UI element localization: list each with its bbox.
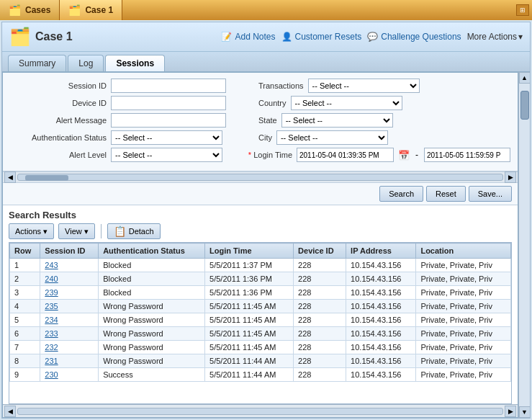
alert-level-select[interactable]: -- Select --: [111, 148, 222, 162]
cell-ip-address: 10.154.43.156: [346, 327, 416, 341]
vertical-scrollbar[interactable]: ▲ ▼: [518, 72, 530, 418]
horizontal-scrollbar[interactable]: ◀ ▶: [3, 171, 518, 183]
cell-location: Private, Private, Priv: [416, 286, 511, 300]
cell-device-id: 228: [294, 368, 346, 382]
cell-session-id[interactable]: 234: [40, 313, 99, 327]
reset-button[interactable]: Reset: [426, 186, 466, 202]
auth-status-label: Authentication Status: [10, 133, 111, 142]
challenge-questions-label: Challenge Questions: [381, 32, 461, 42]
device-id-input[interactable]: [111, 96, 226, 110]
state-label: State: [258, 116, 277, 125]
table-row: 9 230 Success 5/5/2011 11:44 AM 228 10.1…: [10, 368, 511, 382]
cell-session-id[interactable]: 240: [40, 272, 99, 286]
state-section: State -- Select --: [258, 113, 510, 128]
hscroll-track[interactable]: [17, 174, 503, 181]
calendar-icon[interactable]: 📅: [398, 150, 410, 161]
restore-button[interactable]: ⊞: [516, 4, 529, 16]
state-select[interactable]: -- Select --: [281, 113, 393, 128]
alert-message-input[interactable]: [111, 113, 226, 128]
cell-session-id[interactable]: 239: [40, 286, 99, 300]
cell-location: Private, Private, Priv: [416, 313, 511, 327]
tab-cases[interactable]: 🗂️ Cases: [0, 0, 60, 20]
title-bar-end: ⊞: [516, 0, 532, 20]
cell-session-id[interactable]: 232: [40, 341, 99, 354]
vscroll-up-arrow[interactable]: ▲: [519, 72, 531, 84]
tab-summary[interactable]: Summary: [8, 55, 66, 71]
customer-resets-button[interactable]: 👤 Customer Resets: [281, 32, 362, 42]
cell-session-id[interactable]: 235: [40, 300, 99, 313]
cell-session-id[interactable]: 231: [40, 354, 99, 368]
country-label: Country: [258, 99, 287, 107]
cell-ip-address: 10.154.43.156: [346, 259, 416, 272]
cell-auth-status: Wrong Password: [99, 327, 205, 341]
tab-summary-label: Summary: [19, 58, 55, 68]
cell-session-id[interactable]: 243: [40, 259, 99, 272]
scroll-right-arrow[interactable]: ▶: [505, 171, 516, 183]
cell-location: Private, Private, Priv: [416, 341, 511, 354]
bottom-scroll-right[interactable]: ▶: [505, 406, 516, 417]
results-toolbar: Actions ▾ View ▾ 📋 Detach: [9, 223, 512, 239]
transactions-select[interactable]: -- Select --: [308, 79, 420, 93]
add-notes-button[interactable]: 📝 Add Notes: [221, 32, 275, 42]
case-actions: 📝 Add Notes 👤 Customer Resets 💬 Challeng…: [221, 32, 523, 42]
actions-button[interactable]: Actions ▾: [9, 223, 54, 239]
bottom-scroll-left[interactable]: ◀: [4, 406, 16, 417]
tab-sessions[interactable]: Sessions: [105, 55, 165, 71]
hscroll-thumb[interactable]: [25, 175, 68, 181]
col-auth-status: Authentication Status: [99, 243, 205, 259]
cell-login-time: 5/5/2011 11:45 AM: [205, 300, 294, 313]
tab-log[interactable]: Log: [68, 55, 104, 71]
customer-resets-icon: 👤: [281, 32, 292, 42]
table-row: 7 232 Wrong Password 5/5/2011 11:45 AM 2…: [10, 341, 511, 354]
more-actions-label: More Actions: [467, 32, 517, 42]
tab-case1[interactable]: 🗂️ Case 1: [60, 0, 122, 20]
search-button[interactable]: Search: [379, 186, 423, 202]
country-select[interactable]: -- Select --: [291, 96, 402, 110]
cell-login-time: 5/5/2011 11:44 AM: [205, 354, 294, 368]
session-id-input[interactable]: [111, 79, 226, 93]
save-button[interactable]: Save...: [469, 186, 512, 202]
city-section: City -- Select --: [258, 130, 510, 145]
transactions-section: Transactions -- Select --: [258, 79, 510, 93]
vscroll-down-arrow[interactable]: ▼: [519, 406, 531, 418]
login-time-to-input[interactable]: 2011-05-05 11:59:59 P: [424, 148, 510, 162]
challenge-questions-button[interactable]: 💬 Challenge Questions: [367, 32, 461, 42]
case-title: Case 1: [35, 30, 221, 43]
login-time-label: * Login Time: [248, 151, 292, 159]
scroll-left-arrow[interactable]: ◀: [4, 171, 16, 183]
required-star: *: [248, 151, 251, 159]
cell-login-time: 5/5/2011 11:44 AM: [205, 368, 294, 382]
tab-cases-label: Cases: [25, 5, 50, 15]
table-row: 5 234 Wrong Password 5/5/2011 11:45 AM 2…: [10, 313, 511, 327]
cell-device-id: 228: [294, 272, 346, 286]
transactions-label: Transactions: [258, 81, 304, 90]
login-time-from-input[interactable]: 2011-05-04 01:39:35 PM: [297, 148, 394, 162]
bottom-hscroll-track[interactable]: [17, 408, 503, 415]
add-notes-icon: 📝: [221, 32, 232, 42]
detach-label: Detach: [129, 227, 154, 236]
cell-location: Private, Private, Priv: [416, 259, 511, 272]
cell-device-id: 228: [294, 341, 346, 354]
form-row-4: Authentication Status -- Select -- City …: [10, 130, 510, 145]
cell-auth-status: Wrong Password: [99, 313, 205, 327]
more-actions-button[interactable]: More Actions ▾: [467, 32, 523, 42]
view-chevron-icon: ▾: [84, 227, 89, 236]
results-title: Search Results: [9, 210, 512, 220]
view-button[interactable]: View ▾: [58, 223, 95, 239]
auth-status-select[interactable]: -- Select --: [111, 130, 222, 145]
detach-button[interactable]: 📋 Detach: [107, 223, 161, 239]
table-row: 1 243 Blocked 5/5/2011 1:37 PM 228 10.15…: [10, 259, 511, 272]
bottom-scrollbar[interactable]: ◀ ▶: [3, 404, 518, 417]
cell-login-time: 5/5/2011 11:45 AM: [205, 313, 294, 327]
vscroll-thumb[interactable]: [520, 91, 529, 120]
col-ip-address: IP Address: [346, 243, 416, 259]
cell-session-id[interactable]: 230: [40, 368, 99, 382]
cell-location: Private, Private, Priv: [416, 327, 511, 341]
country-section: Country -- Select --: [258, 96, 510, 110]
results-table-container[interactable]: Row Session ID Authentication Status Log…: [9, 242, 512, 404]
city-select[interactable]: -- Select --: [276, 130, 388, 145]
content-area: Session ID Transactions -- Select -- Dev…: [2, 72, 518, 418]
cell-session-id[interactable]: 233: [40, 327, 99, 341]
vscroll-track[interactable]: [519, 84, 531, 406]
add-notes-label: Add Notes: [235, 32, 275, 42]
